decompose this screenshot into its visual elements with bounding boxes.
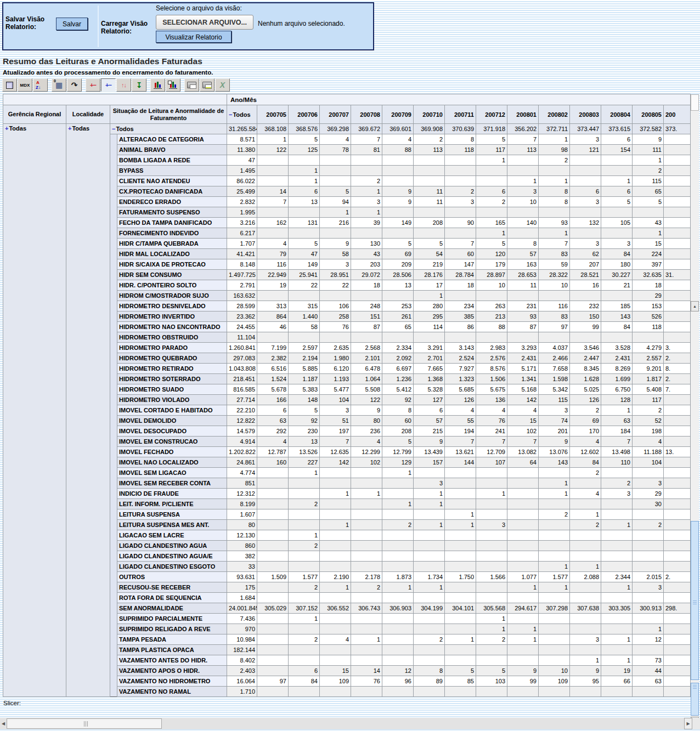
data-cell — [351, 655, 382, 666]
month-header[interactable]: 200711 — [445, 105, 476, 124]
save-button[interactable]: Salvar — [56, 18, 88, 30]
data-cell: 46 — [257, 322, 289, 332]
data-cell — [351, 541, 382, 551]
month-header[interactable]: 200801 — [507, 105, 539, 124]
month-header[interactable]: 200706 — [289, 105, 320, 124]
data-cell: 2 — [539, 155, 570, 166]
month-header-partial[interactable]: 200 — [664, 105, 691, 124]
data-cell: 263 — [476, 301, 507, 311]
data-cell — [414, 551, 445, 562]
print-icon[interactable] — [200, 78, 214, 92]
cube-icon[interactable] — [2, 78, 17, 92]
vertical-scrollbar[interactable]: ▲ ▼ — [691, 94, 699, 728]
row-label: CX.PROTECAO DANIFICADA — [117, 186, 227, 197]
vertical-scrollbar-thumb[interactable] — [691, 521, 699, 680]
data-cell: 2 — [289, 541, 320, 551]
collapse-blue-icon[interactable] — [101, 78, 116, 92]
data-cell — [570, 176, 601, 186]
mdx-button[interactable]: MDX — [18, 78, 32, 92]
updown-icon[interactable] — [116, 78, 131, 92]
view-report-button[interactable]: Visualizar Relatorio — [156, 31, 232, 43]
data-cell — [664, 437, 691, 447]
data-cell: 3 — [570, 134, 601, 145]
horizontal-scrollbar[interactable]: ◀ ▶ — [0, 718, 692, 729]
data-cell: 1 — [257, 134, 289, 145]
row-indent-strip — [110, 270, 117, 280]
column-field-anomes[interactable]: Ano/Mês — [227, 94, 691, 105]
drill-down-icon[interactable] — [132, 78, 146, 92]
month-header[interactable]: 200705 — [257, 105, 289, 124]
up-arrow-icon[interactable]: ▲ — [691, 301, 699, 311]
data-cell — [445, 582, 476, 593]
expand-red-icon[interactable] — [86, 78, 100, 92]
data-cell: 1 — [351, 207, 382, 218]
data-cell: 107 — [476, 457, 507, 468]
data-cell: 2.568 — [351, 343, 382, 353]
month-header[interactable]: 200804 — [601, 105, 633, 124]
data-cell — [633, 468, 664, 478]
expand-toggle-icon[interactable]: − — [229, 111, 232, 118]
chart-edit-icon[interactable] — [166, 78, 180, 92]
month-header[interactable]: 200805 — [633, 105, 664, 124]
month-header[interactable]: 200712 — [476, 105, 507, 124]
data-cell: 6 — [601, 186, 633, 197]
field-header-gerencia-regional[interactable]: Gerência Regional — [3, 105, 66, 124]
expand-toggle-icon[interactable]: − — [112, 126, 115, 132]
data-cell: 13.526 — [289, 447, 320, 457]
month-header[interactable]: 200803 — [570, 105, 601, 124]
data-cell: 4 — [476, 405, 507, 416]
data-cell — [351, 478, 382, 489]
data-cell — [507, 228, 539, 239]
sort-az-icon[interactable] — [33, 78, 48, 92]
month-header[interactable]: 200802 — [539, 105, 570, 124]
total-cell: 372.582 — [633, 124, 664, 134]
select-file-button[interactable]: SELECIONAR ARQUIVO... — [156, 15, 253, 30]
excel-icon[interactable] — [215, 78, 230, 92]
month-header[interactable]: 200707 — [320, 105, 351, 124]
month-header[interactable]: 200709 — [382, 105, 414, 124]
row-label: HIDR S/CAIXA DE PROTECAO — [117, 259, 227, 270]
chart-icon[interactable] — [150, 78, 165, 92]
data-cell: 1.734 — [414, 572, 445, 582]
data-cell: 6 — [414, 405, 445, 416]
row-indent-strip — [110, 197, 117, 207]
row-label: LEITURA SUSPENSA — [117, 509, 227, 520]
data-cell: 144 — [445, 457, 476, 468]
data-cell — [664, 541, 691, 551]
data-cell: 3 — [476, 520, 507, 530]
row-indent-strip — [110, 478, 117, 489]
vertical-scrollbar-thumb-2[interactable] — [691, 683, 699, 716]
data-cell: 105 — [601, 218, 633, 228]
hide-empty-icon[interactable] — [52, 78, 66, 92]
pivot-arrow-icon[interactable] — [67, 78, 82, 92]
data-cell — [633, 645, 664, 655]
data-cell — [382, 655, 414, 666]
right-arrow-icon[interactable]: ▶ — [684, 718, 692, 729]
row-indent-strip — [110, 624, 117, 634]
data-cell: 15 — [320, 666, 351, 676]
data-cell — [414, 176, 445, 186]
field-header-localidade[interactable]: Localidade — [66, 105, 110, 124]
left-arrow-icon[interactable]: ◀ — [0, 718, 7, 729]
month-header[interactable]: 200710 — [414, 105, 445, 124]
data-cell: 306.903 — [382, 603, 414, 614]
vertical-scrollbar-top-thumb[interactable] — [691, 94, 699, 111]
data-cell: 292 — [257, 426, 289, 437]
expand-toggle-icon[interactable]: + — [5, 125, 8, 132]
data-cell — [664, 687, 691, 697]
column-header-todos[interactable]: −Todos — [227, 105, 257, 124]
data-cell: 28.599 — [227, 301, 257, 311]
data-cell: 12 — [633, 634, 664, 645]
data-cell — [414, 562, 445, 572]
row-label: HIDR SEM CONSUMO — [117, 270, 227, 280]
field-header-situacao[interactable]: Situação de Leitura e Anormalidade de Fa… — [110, 105, 227, 124]
expand-toggle-icon[interactable]: + — [68, 125, 71, 132]
data-cell: 1.577 — [289, 572, 320, 582]
data-cell: 175 — [227, 582, 257, 593]
month-header[interactable]: 200708 — [351, 105, 382, 124]
export-report-icon[interactable] — [184, 78, 199, 92]
row-indent-strip — [110, 332, 117, 343]
horizontal-scrollbar-thumb[interactable] — [7, 718, 162, 729]
data-cell: 2.635 — [320, 343, 351, 353]
data-cell — [570, 166, 601, 176]
